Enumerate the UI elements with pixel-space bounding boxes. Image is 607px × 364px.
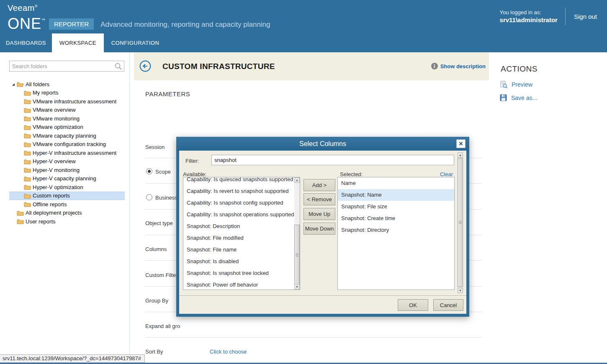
move-down-button[interactable]: Move Down	[304, 223, 335, 235]
session-label: Session	[145, 144, 165, 150]
dialog-title: Select Columns	[299, 140, 346, 148]
close-icon[interactable]: ✕	[456, 139, 466, 148]
sidebar-item-vmware-monitoring[interactable]: VMware monitoring	[0, 114, 129, 123]
available-list-item[interactable]: Capability: Is quiesced snapshots suppor…	[183, 177, 300, 185]
tab-workspace[interactable]: WORKSPACE	[52, 33, 104, 52]
selected-list: Name Snapshot: Name Snapshot: File size …	[337, 177, 455, 290]
available-list-item[interactable]: Snapshot: File modified	[183, 232, 300, 244]
main-nav: DASHBOARDS WORKSPACE CONFIGURATION	[0, 33, 607, 52]
tab-configuration[interactable]: CONFIGURATION	[104, 33, 167, 52]
scrollbar-thumb[interactable]	[458, 158, 463, 287]
remove-button[interactable]: < Remove	[304, 193, 335, 205]
sidebar-item-vmware-configuration-tracking[interactable]: VMware configuration tracking	[0, 140, 129, 149]
selected-list-item[interactable]: Name	[338, 177, 454, 189]
available-list-item[interactable]: Capability: Is snapshot config supported	[183, 197, 300, 209]
brand-one: ONE™	[8, 13, 46, 31]
folder-open-icon	[17, 81, 24, 87]
selected-list-item[interactable]: Snapshot: File size	[338, 201, 454, 213]
action-save-as-label: Save as...	[511, 95, 537, 101]
app-header: Veeam® ONE™ REPORTER Advanced monitoring…	[0, 0, 607, 33]
group-by-label: Group By	[145, 297, 168, 304]
add-button[interactable]: Add >	[304, 179, 335, 191]
folder-icon	[24, 124, 31, 130]
tab-dashboards[interactable]: DASHBOARDS	[0, 33, 52, 52]
scrollbar-thumb[interactable]	[294, 225, 300, 286]
move-up-button[interactable]: Move Up	[304, 208, 335, 220]
folder-icon	[24, 150, 31, 156]
folder-tree: All folders My reports VMware infrastruc…	[0, 80, 129, 226]
veeam-one-reporter-app: Veeam® ONE™ REPORTER Advanced monitoring…	[0, 0, 607, 364]
tree-item-label: Hyper-V overview	[33, 158, 76, 164]
tree-item-label: My reports	[33, 90, 58, 96]
sidebar-item-all-folders[interactable]: All folders	[0, 80, 129, 89]
tree-item-label: VMware configuration tracking	[33, 141, 106, 147]
expand-caret-icon[interactable]	[12, 83, 15, 86]
available-label: Available:	[183, 171, 206, 177]
selected-list-item[interactable]: Snapshot: Directory	[338, 224, 454, 236]
sidebar-item-offline-reports[interactable]: Offline reports	[0, 200, 129, 209]
tree-item-label: Hyper-V infrastructure assessment	[33, 150, 116, 156]
action-preview[interactable]: Preview	[500, 81, 532, 88]
available-list-item[interactable]: Capability: Is snapshot operations suppo…	[183, 209, 300, 220]
selected-list-item[interactable]: Snapshot: Create time	[338, 213, 454, 224]
dialog-titlebar[interactable]: Select Columns ✕	[176, 137, 469, 151]
back-button[interactable]	[139, 60, 151, 72]
scroll-down-icon[interactable]: ▼	[458, 288, 463, 293]
sidebar-item-vmware-infrastructure-assessment[interactable]: VMware infrastructure assessment	[0, 97, 129, 106]
folder-icon	[24, 159, 31, 164]
trademark-mark: ™	[41, 18, 46, 22]
available-list-scrollbar[interactable]: ▲ ▼	[294, 177, 300, 290]
dialog-scrollbar[interactable]: ▲ ▼	[458, 152, 463, 293]
expand-all-groups-label: Expand all gro	[145, 323, 180, 329]
sidebar-item-hyperv-capacity-planning[interactable]: Hyper-V capacity planning	[0, 174, 129, 183]
scroll-down-icon[interactable]: ▼	[294, 284, 300, 290]
sort-by-value-link[interactable]: Click to choose	[210, 349, 247, 355]
scope-radio[interactable]	[146, 168, 152, 174]
sidebar-item-custom-reports[interactable]: Custom reports	[9, 192, 125, 200]
object-type-label: Object type	[145, 220, 173, 226]
sidebar-item-my-reports[interactable]: My reports	[0, 89, 129, 97]
selected-list-item-highlighted[interactable]: Snapshot: Name	[338, 189, 454, 201]
scroll-up-icon[interactable]: ▲	[294, 177, 300, 183]
selected-label: Selected:	[340, 171, 363, 177]
show-description-link[interactable]: i Show description	[431, 63, 486, 69]
tree-item-label: VMware capacity planning	[33, 133, 96, 139]
info-icon: i	[431, 63, 438, 69]
business-radio[interactable]	[146, 194, 152, 200]
sidebar-item-vmware-overview[interactable]: VMware overview	[0, 106, 129, 115]
folder-icon	[17, 218, 24, 224]
sidebar-item-user-reports[interactable]: User reports	[0, 217, 129, 226]
tree-item-label: Hyper-V capacity planning	[33, 175, 96, 182]
tree-item-label: VMware infrastructure assessment	[33, 98, 116, 105]
page-title: CUSTOM INFRASTRUCTURE	[162, 62, 275, 71]
clear-link[interactable]: Clear	[440, 171, 453, 177]
available-list-item[interactable]: Snapshot: Description	[183, 220, 300, 232]
sidebar-item-vmware-optimization[interactable]: VMware optimization	[0, 123, 129, 132]
available-list-item[interactable]: Capability: Is revert to snapshot suppor…	[183, 185, 300, 197]
cancel-button[interactable]: Cancel	[433, 299, 463, 311]
actions-panel: ACTIONS Preview Save as...	[494, 52, 607, 364]
sidebar-item-hyperv-overview[interactable]: Hyper-V overview	[0, 157, 129, 166]
search-input[interactable]	[12, 61, 112, 71]
sidebar-item-vmware-capacity-planning[interactable]: VMware capacity planning	[0, 131, 129, 140]
available-list-item[interactable]: Snapshot: File name	[183, 244, 300, 256]
app-tagline: Advanced monitoring, reporting and capac…	[100, 21, 270, 29]
sidebar-item-hyperv-monitoring[interactable]: Hyper-V monitoring	[0, 166, 129, 174]
sidebar-item-hyperv-infrastructure-assessment[interactable]: Hyper-V infrastructure assessment	[0, 149, 129, 157]
available-list-item[interactable]: Snapshot: Power off behavior	[183, 279, 300, 290]
scroll-up-icon[interactable]: ▲	[458, 152, 463, 158]
available-list-item[interactable]: Snapshot: Is disabled	[183, 256, 300, 267]
business-label: Business	[155, 195, 177, 201]
scope-label: Scope	[155, 169, 171, 175]
available-list-item[interactable]: Snapshot: Is snapshot tree locked	[183, 267, 300, 279]
ok-button[interactable]: OK	[398, 299, 428, 311]
filter-input[interactable]	[211, 155, 454, 165]
available-list: Capability: Is quiesced snapshots suppor…	[183, 177, 300, 290]
folder-icon	[24, 141, 31, 147]
tree-item-label: Hyper-V optimization	[33, 184, 83, 190]
action-save-as[interactable]: Save as...	[500, 94, 537, 101]
sidebar-item-all-deployment-projects[interactable]: All deployment projects	[0, 209, 129, 218]
sign-out-link[interactable]: Sign out	[574, 13, 597, 20]
select-columns-dialog: Select Columns ✕ Filter: Available: Sele…	[176, 137, 469, 317]
sidebar-item-hyperv-optimization[interactable]: Hyper-V optimization	[0, 183, 129, 192]
